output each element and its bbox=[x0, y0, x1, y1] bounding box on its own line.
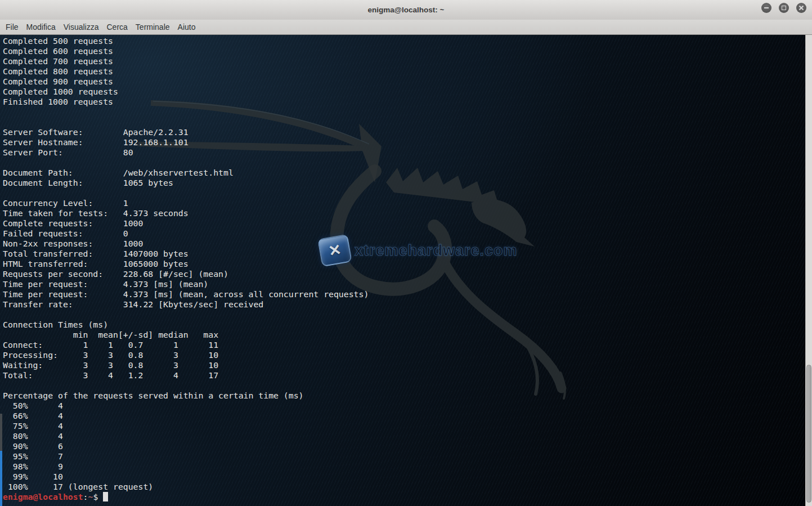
close-button[interactable] bbox=[796, 3, 806, 13]
terminal-line: min mean[+/-sd] median max bbox=[3, 330, 805, 340]
prompt-dollar: $ bbox=[93, 492, 103, 501]
minimize-button[interactable] bbox=[761, 3, 771, 13]
terminal-cursor bbox=[103, 492, 108, 501]
terminal-line: Time per request: 4.373 [ms] (mean) bbox=[3, 279, 805, 289]
scrollbar-thumb[interactable] bbox=[806, 365, 811, 503]
terminal-line: HTML transferred: 1065000 bytes bbox=[3, 259, 805, 269]
terminal-line bbox=[3, 107, 805, 117]
menu-aiuto[interactable]: Aiuto bbox=[174, 20, 200, 34]
terminal-line bbox=[3, 380, 805, 391]
terminal-line: 80% 4 bbox=[3, 431, 805, 441]
terminal-line: Completed 600 requests bbox=[3, 46, 805, 56]
menu-modifica[interactable]: Modifica bbox=[23, 20, 60, 34]
terminal-line bbox=[3, 158, 805, 168]
maximize-icon bbox=[779, 3, 789, 13]
menubar: File Modifica Visualizza Cerca Terminale… bbox=[0, 20, 812, 35]
terminal-window: enigma@localhost: ~ File Modifica Visual… bbox=[0, 0, 812, 506]
window-title: enigma@localhost: ~ bbox=[0, 0, 812, 20]
terminal-line: Transfer rate: 314.22 [Kbytes/sec] recei… bbox=[3, 299, 805, 310]
terminal-scrollbar[interactable] bbox=[805, 35, 812, 506]
terminal-line bbox=[3, 310, 805, 320]
terminal-line: Failed requests: 0 bbox=[3, 229, 805, 239]
terminal-line: Completed 500 requests bbox=[3, 36, 805, 46]
terminal-line: Completed 900 requests bbox=[3, 77, 805, 87]
terminal-line: Document Length: 1065 bytes bbox=[3, 178, 805, 188]
terminal-line: Total transferred: 1407000 bytes bbox=[3, 249, 805, 259]
terminal-line: Processing: 3 3 0.8 3 10 bbox=[3, 350, 805, 360]
terminal-line: Percentage of the requests served within… bbox=[3, 391, 805, 401]
terminal-line: 100% 17 (longest request) bbox=[3, 482, 805, 492]
terminal-line: Requests per second: 228.68 [#/sec] (mea… bbox=[3, 269, 805, 279]
prompt-line: enigma@localhost:~$ bbox=[3, 492, 805, 502]
menu-terminale[interactable]: Terminale bbox=[132, 20, 174, 34]
terminal-line: Time taken for tests: 4.373 seconds bbox=[3, 208, 805, 218]
terminal-line: 98% 9 bbox=[3, 462, 805, 472]
terminal-line: Completed 800 requests bbox=[3, 66, 805, 77]
terminal-line: Connect: 1 1 0.7 1 11 bbox=[3, 340, 805, 350]
terminal-line: Document Path: /web/xhservertest.html bbox=[3, 168, 805, 178]
background-window-sliver-blue bbox=[0, 451, 2, 506]
titlebar[interactable]: enigma@localhost: ~ bbox=[0, 0, 812, 20]
terminal-line: 50% 4 bbox=[3, 401, 805, 411]
menu-file[interactable]: File bbox=[2, 20, 23, 34]
close-icon bbox=[796, 3, 806, 13]
terminal-line: 99% 10 bbox=[3, 472, 805, 482]
terminal-line: Completed 1000 requests bbox=[3, 87, 805, 97]
terminal-line: Server Port: 80 bbox=[3, 147, 805, 158]
window-controls bbox=[761, 3, 806, 13]
terminal-line: Connection Times (ms) bbox=[3, 320, 805, 330]
terminal-line: 75% 4 bbox=[3, 421, 805, 431]
minimize-icon bbox=[761, 3, 771, 13]
terminal-line: Complete requests: 1000 bbox=[3, 218, 805, 229]
terminal-line bbox=[3, 188, 805, 198]
terminal-line: 66% 4 bbox=[3, 411, 805, 421]
terminal-line: Waiting: 3 3 0.8 3 10 bbox=[3, 360, 805, 370]
terminal-line: Total: 3 4 1.2 4 17 bbox=[3, 370, 805, 380]
terminal-line: 95% 7 bbox=[3, 451, 805, 462]
background-window-sliver-gray bbox=[0, 414, 2, 451]
terminal-line: Server Software: Apache/2.2.31 bbox=[3, 127, 805, 137]
terminal-line bbox=[3, 117, 805, 127]
terminal-line: Time per request: 4.373 [ms] (mean, acro… bbox=[3, 289, 805, 299]
prompt-user-host: enigma@localhost bbox=[3, 492, 83, 501]
terminal-line: Completed 700 requests bbox=[3, 56, 805, 66]
terminal-output-area[interactable]: ✕ xtremehardware.com Completed 500 reque… bbox=[0, 35, 812, 506]
terminal-text: Completed 500 requests Completed 600 req… bbox=[0, 35, 805, 506]
maximize-button[interactable] bbox=[779, 3, 789, 13]
menu-cerca[interactable]: Cerca bbox=[102, 20, 131, 34]
terminal-line: Server Hostname: 192.168.1.101 bbox=[3, 137, 805, 147]
terminal-line: 90% 6 bbox=[3, 441, 805, 451]
terminal-line: Concurrency Level: 1 bbox=[3, 198, 805, 208]
terminal-line: Finished 1000 requests bbox=[3, 97, 805, 107]
terminal-line: Non-2xx responses: 1000 bbox=[3, 239, 805, 249]
menu-visualizza[interactable]: Visualizza bbox=[60, 20, 103, 34]
